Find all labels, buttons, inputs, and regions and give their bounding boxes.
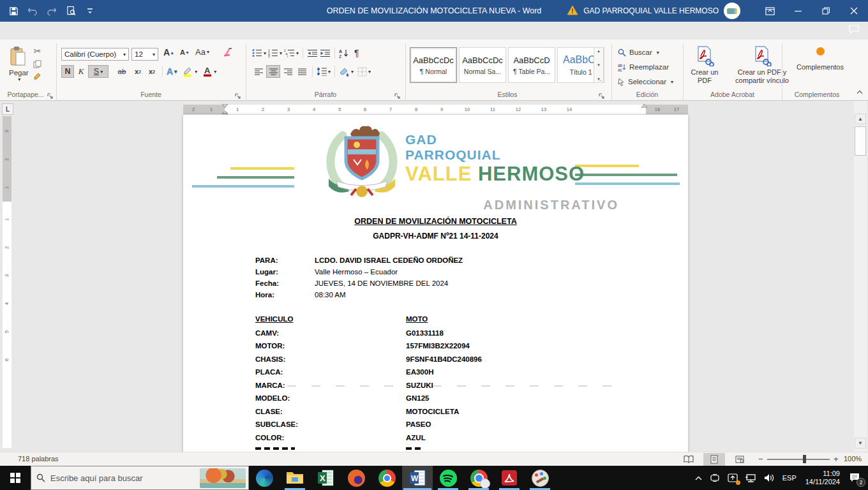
web-layout-icon[interactable]: [729, 453, 751, 466]
tray-snip-icon[interactable]: [706, 466, 724, 490]
style-table-pa[interactable]: AaBbCcD ¶ Table Pa...: [508, 47, 555, 83]
scroll-up-icon[interactable]: ▲: [855, 114, 866, 124]
shrink-font-icon[interactable]: A▼: [180, 48, 190, 56]
zoom-level[interactable]: 100%: [844, 455, 862, 463]
account-area[interactable]: GAD PARROQUIAL VALLE HERMOSO: [567, 0, 740, 22]
close-icon[interactable]: [840, 0, 868, 22]
taskbar-paint-icon[interactable]: [525, 466, 555, 490]
line-spacing-icon[interactable]: ▾: [317, 68, 331, 76]
show-marks-icon[interactable]: ¶: [354, 48, 359, 58]
font-size-combo[interactable]: 12▾: [131, 48, 158, 61]
start-button[interactable]: [0, 466, 31, 490]
print-layout-icon[interactable]: [703, 453, 725, 466]
create-pdf-share-button[interactable]: Crear un PDF y compartir vínculo: [726, 46, 798, 85]
font-name-combo[interactable]: Calibri (Cuerpo)▾: [61, 48, 129, 61]
search-highlight-image[interactable]: [200, 468, 246, 488]
align-right-icon[interactable]: [281, 65, 294, 78]
word-count[interactable]: 718 palabras: [18, 455, 59, 463]
multilevel-list-icon[interactable]: 1ai▾: [284, 48, 299, 57]
tray-update-icon[interactable]: [724, 466, 742, 490]
read-mode-icon[interactable]: [678, 453, 700, 466]
format-painter-icon[interactable]: [33, 72, 41, 80]
scrollbar-thumb[interactable]: [855, 126, 866, 156]
undo-icon[interactable]: [24, 3, 41, 19]
ribbon-display-options-icon[interactable]: [756, 0, 784, 22]
numbering-icon[interactable]: 123▾: [268, 48, 282, 57]
restore-icon[interactable]: [812, 0, 840, 22]
collapse-ribbon-icon[interactable]: [857, 85, 863, 97]
replace-button[interactable]: abac Reemplazar: [618, 61, 673, 73]
increase-indent-icon[interactable]: [320, 49, 331, 57]
zoom-out-icon[interactable]: −: [758, 454, 763, 464]
clear-formatting-icon[interactable]: [222, 47, 234, 57]
decrease-indent-icon[interactable]: [307, 49, 318, 57]
taskbar-edge-icon[interactable]: [249, 466, 280, 490]
styles-scroll-up-icon[interactable]: ▲: [597, 49, 601, 53]
find-button[interactable]: Buscar▾: [618, 46, 673, 59]
style-normal[interactable]: AaBbCcDc ¶ Normal: [410, 47, 457, 83]
highlight-icon[interactable]: ▾: [182, 66, 197, 77]
taskbar-acrobat-icon[interactable]: [494, 466, 525, 490]
align-left-icon[interactable]: [252, 65, 265, 78]
taskbar-chrome-profile-icon[interactable]: [463, 466, 494, 490]
subscript-icon[interactable]: x2: [131, 65, 144, 78]
tray-speaker-icon[interactable]: [760, 466, 779, 490]
create-pdf-button[interactable]: Crear un PDF: [689, 46, 720, 85]
underline-button[interactable]: S▾: [88, 65, 108, 78]
styles-more-icon[interactable]: ▼̲: [597, 77, 601, 81]
minimize-icon[interactable]: [784, 0, 812, 22]
paragraph-dialog-launcher-icon[interactable]: [394, 91, 402, 98]
first-line-indent-marker[interactable]: [222, 103, 228, 109]
clipboard-dialog-launcher-icon[interactable]: [47, 91, 55, 98]
vertical-ruler[interactable]: 321 123456: [3, 116, 11, 448]
tab-selector[interactable]: L: [2, 103, 13, 115]
font-dialog-launcher-icon[interactable]: [235, 91, 243, 98]
copy-icon[interactable]: [33, 60, 41, 68]
style-normal-sa[interactable]: AaBbCcDc Normal Sa...: [459, 47, 506, 83]
borders-icon[interactable]: ▾: [357, 67, 371, 77]
scroll-down-icon[interactable]: ▼: [855, 438, 866, 449]
right-indent-marker[interactable]: [641, 103, 647, 109]
tray-chevron-icon[interactable]: [691, 466, 706, 490]
bold-button[interactable]: N: [61, 65, 74, 78]
zoom-slider-handle[interactable]: [803, 455, 806, 463]
grow-font-icon[interactable]: A▲: [163, 47, 174, 57]
zoom-in-icon[interactable]: +: [834, 454, 839, 464]
styles-scroll-down-icon[interactable]: ▼: [597, 63, 601, 67]
save-icon[interactable]: [5, 3, 22, 19]
horizontal-ruler[interactable]: 21 1234567891011121314 1617: [183, 105, 688, 114]
sort-icon[interactable]: AZ: [339, 48, 350, 58]
notification-center-icon[interactable]: 2: [845, 466, 868, 490]
taskbar-firefox-icon[interactable]: [341, 466, 371, 490]
italic-button[interactable]: K: [75, 65, 87, 78]
justify-icon[interactable]: [296, 65, 308, 78]
shading-icon[interactable]: ▾: [339, 67, 354, 77]
avatar[interactable]: [724, 3, 740, 19]
tray-clock[interactable]: 11:0914/11/2024: [800, 466, 845, 490]
taskbar-word-icon[interactable]: W: [402, 466, 433, 490]
change-case-icon[interactable]: Aa▾: [195, 47, 209, 57]
taskbar-chrome-icon[interactable]: [371, 466, 402, 490]
taskbar-file-explorer-icon[interactable]: [280, 466, 310, 490]
document-page[interactable]: GAD PARROQUIAL VALLE HERMOSO ADMINISTRAT…: [183, 115, 688, 452]
tray-network-icon[interactable]: [742, 466, 760, 490]
redo-icon[interactable]: [43, 3, 60, 19]
styles-dialog-launcher-icon[interactable]: [599, 91, 606, 98]
font-color-icon[interactable]: A▾: [202, 66, 216, 77]
paste-button[interactable]: Pegar ▾: [9, 46, 29, 82]
text-effects-icon[interactable]: A▾: [167, 66, 177, 77]
tray-language[interactable]: ESP: [779, 466, 800, 490]
comment-icon[interactable]: [849, 25, 859, 36]
taskbar-spotify-icon[interactable]: [433, 466, 463, 490]
taskbar-excel-icon[interactable]: X: [310, 466, 341, 490]
strikethrough-icon[interactable]: ab: [114, 65, 130, 78]
taskbar-search-input[interactable]: Escribe aquí para buscar: [31, 466, 249, 490]
align-center-icon[interactable]: [266, 65, 280, 78]
vertical-scrollbar[interactable]: ▲ ▼: [854, 101, 867, 452]
zoom-slider[interactable]: [767, 459, 830, 460]
customize-quick-access-icon[interactable]: [82, 3, 98, 19]
cut-icon[interactable]: ✂: [33, 46, 41, 56]
bullets-icon[interactable]: ▾: [252, 48, 266, 57]
superscript-icon[interactable]: x2: [146, 65, 158, 78]
print-preview-icon[interactable]: [63, 3, 79, 19]
